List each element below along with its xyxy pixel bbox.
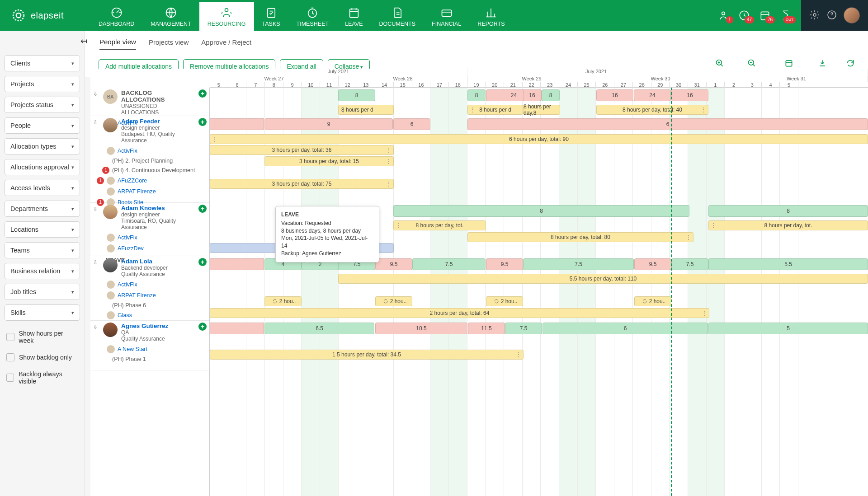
check-show-hours[interactable]: Show hours per week bbox=[5, 325, 80, 349]
project-link[interactable]: Glass bbox=[90, 310, 209, 321]
alloc-bar[interactable]: 2 hou.. bbox=[375, 296, 412, 306]
alloc-bar[interactable]: 8 hours per day, total: 80⋮ bbox=[467, 232, 693, 242]
tab-people-view[interactable]: People view bbox=[99, 38, 136, 50]
alloc-bar[interactable] bbox=[210, 323, 264, 334]
nav-management[interactable]: MANAGEMENT bbox=[142, 2, 199, 31]
alloc-bar[interactable]: 8 bbox=[393, 205, 689, 217]
logo[interactable]: elapseit bbox=[0, 0, 90, 31]
alloc-bar[interactable]: 6.5 bbox=[264, 323, 374, 334]
expand-icon[interactable]: ⇩ bbox=[93, 324, 99, 330]
nav-documents[interactable]: DOCUMENTS bbox=[371, 2, 424, 31]
gear-icon[interactable] bbox=[809, 9, 820, 22]
expand-icon[interactable]: ⇩ bbox=[93, 91, 99, 97]
user-avatar[interactable] bbox=[844, 7, 860, 23]
alloc-bar[interactable]: 11.5 bbox=[468, 323, 505, 334]
alloc-bar[interactable]: 24 bbox=[634, 89, 671, 101]
alloc-bar[interactable]: 8 bbox=[338, 89, 375, 101]
check-backlog-only[interactable]: Show backlog only bbox=[5, 349, 80, 366]
nav-timesheet[interactable]: TIMESHEET bbox=[288, 2, 337, 31]
alloc-bar[interactable]: 6 bbox=[393, 118, 430, 130]
alloc-bar[interactable]: ⋮8 hours per d bbox=[338, 105, 394, 115]
filter-teams[interactable]: Teams bbox=[5, 242, 80, 258]
alloc-bar[interactable] bbox=[210, 258, 264, 270]
alloc-bar[interactable]: 3 hours per day, total: 36⋮ bbox=[210, 145, 394, 155]
filter-skills[interactable]: Skills bbox=[5, 304, 80, 321]
alloc-bar[interactable]: 8 bbox=[708, 205, 868, 217]
project-link[interactable]: ActivFix bbox=[90, 232, 209, 243]
alloc-bar[interactable]: ⋮8 hours per day, tot. bbox=[393, 220, 486, 230]
filter-access-levels[interactable]: Access levels bbox=[5, 180, 80, 196]
expand-icon[interactable]: ⇩ bbox=[93, 259, 99, 266]
project-link[interactable]: ActivFix bbox=[90, 145, 209, 156]
phase-item[interactable]: (PH) 2. Project Planning bbox=[90, 156, 209, 165]
alloc-bar[interactable]: 3 hours per day, total: 75⋮ bbox=[210, 179, 394, 189]
alloc-bar[interactable]: 6 bbox=[467, 118, 868, 130]
add-icon[interactable]: + bbox=[198, 258, 207, 266]
alloc-bar[interactable]: 7.5 bbox=[412, 258, 486, 270]
add-icon[interactable]: + bbox=[198, 118, 207, 126]
nav-dashboard[interactable]: DASHBOARD bbox=[90, 2, 142, 31]
alloc-bar[interactable]: 8 hours per day,8 bbox=[523, 105, 560, 115]
notif-clock-icon[interactable]: 47 bbox=[737, 8, 751, 23]
phase-item[interactable]: (PH) Phase 6 bbox=[90, 301, 209, 310]
alloc-bar[interactable]: 7.5 bbox=[523, 258, 634, 270]
nav-leave[interactable]: LEAVE bbox=[337, 2, 371, 31]
add-icon[interactable]: + bbox=[198, 205, 207, 213]
alloc-bar[interactable]: 16 bbox=[596, 89, 633, 101]
alloc-bar[interactable]: 5 bbox=[708, 323, 868, 334]
alloc-bar[interactable]: 7.5 bbox=[505, 323, 542, 334]
alloc-bar[interactable]: ⋮8 hours per d bbox=[467, 105, 523, 115]
alloc-bar[interactable]: 8 hours per day, total: 40⋮ bbox=[596, 105, 708, 115]
project-link[interactable]: ActivFix bbox=[90, 279, 209, 290]
alloc-bar[interactable]: 9.5 bbox=[634, 258, 671, 270]
filter-locations[interactable]: Locations bbox=[5, 221, 80, 238]
project-link[interactable]: ARPAT Firenze bbox=[90, 186, 209, 197]
filter-projects-status[interactable]: Projects status bbox=[5, 97, 80, 113]
alloc-bar[interactable]: 3 hours per day, total: 15⋮ bbox=[264, 156, 394, 166]
notif-calendar-icon[interactable]: 76 bbox=[758, 8, 772, 23]
notif-hourglass-icon[interactable]: OUT bbox=[778, 8, 793, 23]
project-link[interactable]: A New Start bbox=[90, 344, 209, 355]
check-backlog-visible[interactable]: Backlog always visible bbox=[5, 366, 80, 389]
alloc-bar[interactable]: 8 bbox=[542, 89, 560, 101]
alloc-bar[interactable]: 6 bbox=[542, 323, 708, 334]
alloc-bar[interactable]: 2 hou.. bbox=[634, 296, 671, 306]
filter-clients[interactable]: Clients bbox=[5, 55, 80, 71]
phase-item[interactable]: (PH) Phase 1 bbox=[90, 355, 209, 364]
nav-reports[interactable]: REPORTS bbox=[469, 2, 513, 31]
filter-people[interactable]: People bbox=[5, 117, 80, 134]
alloc-bar[interactable]: 2 hours per day, total: 64⋮ bbox=[210, 308, 709, 318]
nav-financial[interactable]: FINANCIAL bbox=[424, 2, 469, 31]
tab-approve-reject[interactable]: Approve / Reject bbox=[201, 38, 251, 50]
alloc-bar[interactable]: 10.5 bbox=[375, 323, 467, 334]
filter-job-titles[interactable]: Job titles bbox=[5, 284, 80, 300]
project-link[interactable]: AFuzzDev bbox=[90, 243, 209, 254]
add-icon[interactable]: + bbox=[198, 323, 207, 331]
expand-icon[interactable]: ⇩ bbox=[93, 206, 99, 212]
alloc-bar[interactable]: 1.5 hours per day, total: 34.5⋮ bbox=[210, 350, 524, 360]
expand-icon[interactable]: ⇩ bbox=[93, 119, 99, 126]
tab-projects-view[interactable]: Projects view bbox=[149, 38, 189, 50]
alloc-bar[interactable]: 2 hou.. bbox=[486, 296, 523, 306]
filter-business-relation[interactable]: Business relation bbox=[5, 263, 80, 279]
project-link[interactable]: 1AFuZZCore bbox=[90, 175, 209, 186]
nav-tasks[interactable]: TASKS bbox=[254, 2, 288, 31]
filter-allocations-approval[interactable]: Allocations approval bbox=[5, 159, 80, 175]
add-icon[interactable]: + bbox=[198, 89, 207, 98]
alloc-bar[interactable]: ⋮6 hours per day, total: 90 bbox=[210, 134, 868, 144]
alloc-bar[interactable]: 5.5 hours per day, total: 110 bbox=[338, 274, 868, 284]
phase-item[interactable]: 1(PH) 4. Continuous Development bbox=[90, 165, 209, 175]
alloc-bar[interactable]: 9.5 bbox=[486, 258, 523, 270]
alloc-bar[interactable]: 5.5 bbox=[708, 258, 868, 270]
notif-person-icon[interactable]: 1 bbox=[716, 8, 731, 23]
alloc-bar[interactable]: 7.5 bbox=[671, 258, 708, 270]
alloc-bar[interactable]: 9 bbox=[264, 118, 393, 130]
alloc-bar[interactable] bbox=[210, 118, 264, 130]
filter-projects[interactable]: Projects bbox=[5, 76, 80, 92]
filter-departments[interactable]: Departments bbox=[5, 201, 80, 217]
alloc-bar[interactable]: 16 bbox=[523, 89, 541, 101]
alloc-bar[interactable]: 8 bbox=[467, 89, 486, 101]
filter-allocation-types[interactable]: Allocation types bbox=[5, 138, 80, 154]
alloc-bar[interactable]: 16 bbox=[671, 89, 708, 101]
nav-resourcing[interactable]: RESOURCING bbox=[199, 2, 254, 31]
